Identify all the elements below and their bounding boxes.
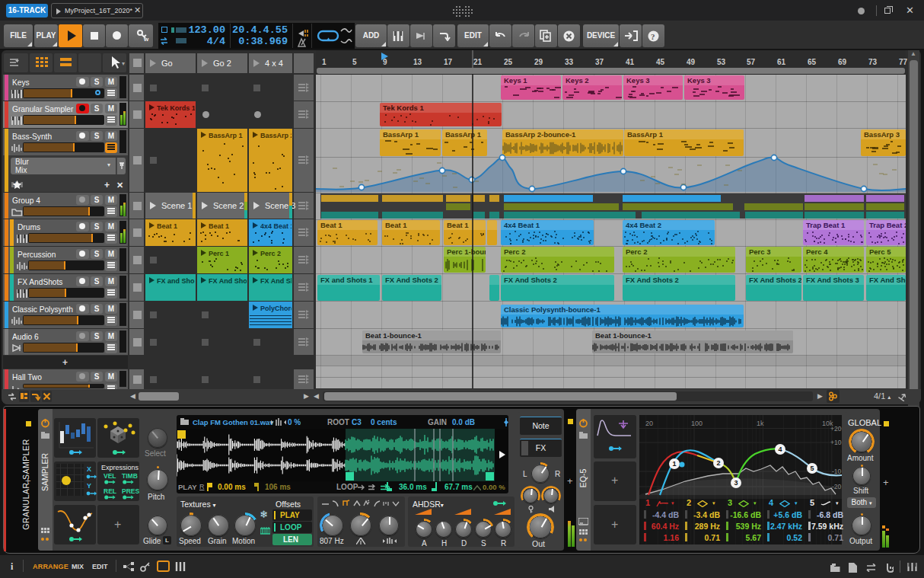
svg-text:5: 5 bbox=[810, 465, 814, 472]
svg-text:2: 2 bbox=[716, 459, 720, 467]
svg-text:4: 4 bbox=[778, 445, 782, 453]
svg-text:1: 1 bbox=[672, 460, 676, 468]
svg-text:3: 3 bbox=[734, 479, 738, 487]
